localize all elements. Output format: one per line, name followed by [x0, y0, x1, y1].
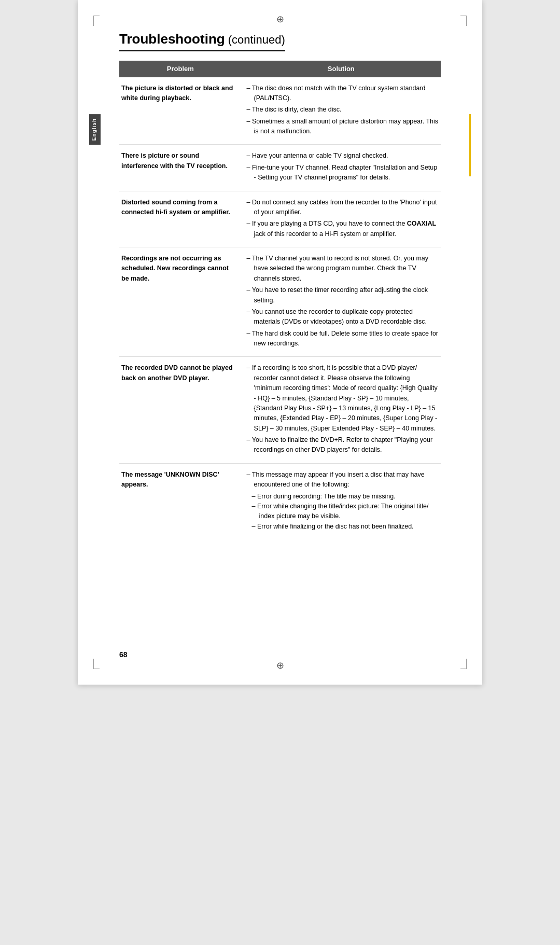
table-header: Problem Solution — [119, 61, 441, 77]
solution-item: You have to reset the timer recording af… — [247, 285, 439, 305]
solution-item: You cannot use the recorder to duplicate… — [247, 307, 439, 327]
table-row: Recordings are not occurring as schedule… — [119, 247, 441, 357]
solution-cell: The TV channel you want to record is not… — [242, 254, 441, 350]
solution-item: If a recording is too short, it is possi… — [247, 363, 439, 434]
corner-mark-tr — [460, 16, 467, 26]
solution-item: Fine-tune your TV channel. Read chapter … — [247, 163, 439, 183]
solution-item: The disc is dirty, clean the disc. — [247, 105, 439, 115]
reg-mark-top: ⊕ — [275, 15, 285, 24]
page-title: Troubleshooting (continued) — [119, 31, 285, 51]
solution-item: Do not connect any cables from the recor… — [247, 198, 439, 218]
sidebar-language-label: English — [89, 114, 101, 145]
header-problem: Problem — [119, 61, 242, 77]
solution-item: The TV channel you want to record is not… — [247, 254, 439, 284]
solution-sub-item: Error during recording: The title may be… — [247, 492, 439, 502]
page-number: 68 — [119, 650, 128, 659]
corner-mark-bl — [93, 659, 100, 669]
title-bold-part: Troubleshooting — [119, 31, 225, 47]
solution-item: The hard disk could be full. Delete some… — [247, 329, 439, 349]
solution-item: This message may appear if you insert a … — [247, 470, 439, 490]
troubleshoot-table: Problem Solution The picture is distorte… — [119, 61, 441, 538]
solution-cell: If a recording is too short, it is possi… — [242, 363, 441, 456]
right-sidebar-accent — [469, 114, 471, 176]
problem-text: Recordings are not occurring as schedule… — [121, 255, 229, 282]
problem-text: The picture is distorted or black and wh… — [121, 85, 233, 102]
table-row: Distorted sound coming from a connected … — [119, 191, 441, 248]
solution-item: Have your antenna or cable TV signal che… — [247, 151, 439, 161]
solution-item: You have to finalize the DVD+R. Refer to… — [247, 435, 439, 455]
solution-cell: Do not connect any cables from the recor… — [242, 198, 441, 241]
problem-cell: The recorded DVD cannot be played back o… — [119, 363, 242, 383]
problem-cell: The message 'UNKNOWN DISC' appears. — [119, 470, 242, 490]
reg-mark-bottom: ⊕ — [275, 661, 285, 670]
solution-item: The disc does not match with the TV colo… — [247, 84, 439, 104]
title-normal-part: (continued) — [225, 33, 285, 46]
corner-mark-br — [460, 659, 467, 669]
coaxial-keyword: COAXIAL — [407, 220, 436, 227]
solution-cell: The disc does not match with the TV colo… — [242, 84, 441, 138]
problem-text: The recorded DVD cannot be played back o… — [121, 364, 233, 381]
problem-text: The message 'UNKNOWN DISC' appears. — [121, 471, 219, 488]
problem-cell: There is picture or sound interference w… — [119, 151, 242, 171]
page: ⊕ ⊕ English 68 Troubleshooting (continue… — [78, 0, 482, 685]
problem-text: Distorted sound coming from a connected … — [121, 199, 230, 216]
solution-sub-item: Error while changing the title/index pic… — [247, 502, 439, 522]
table-row: The message 'UNKNOWN DISC' appears. This… — [119, 464, 441, 538]
solution-cell: Have your antenna or cable TV signal che… — [242, 151, 441, 184]
table-row: The recorded DVD cannot be played back o… — [119, 357, 441, 463]
problem-text: There is picture or sound interference w… — [121, 152, 228, 169]
problem-cell: Distorted sound coming from a connected … — [119, 198, 242, 218]
solution-cell: This message may appear if you insert a … — [242, 470, 441, 532]
problem-cell: Recordings are not occurring as schedule… — [119, 254, 242, 284]
table-row: The picture is distorted or black and wh… — [119, 77, 441, 145]
header-solution: Solution — [242, 61, 441, 77]
solution-item: Sometimes a small amount of picture dist… — [247, 117, 439, 137]
page-title-section: Troubleshooting (continued) — [119, 31, 441, 51]
solution-item: If you are playing a DTS CD, you have to… — [247, 219, 439, 239]
table-row: There is picture or sound interference w… — [119, 145, 441, 191]
corner-mark-tl — [93, 16, 100, 26]
problem-cell: The picture is distorted or black and wh… — [119, 84, 242, 104]
solution-sub-item: Error while finalizing or the disc has n… — [247, 522, 439, 532]
